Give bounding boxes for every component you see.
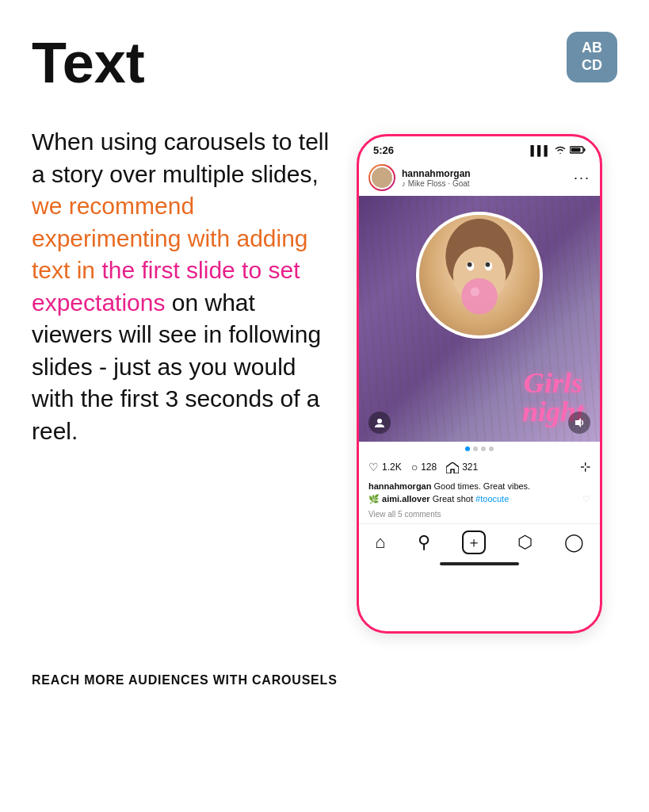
caption-username: hannahmorgan [368,481,431,491]
share-icon [446,461,459,473]
text-area: When using carousels to tell a story ove… [32,126,333,447]
comments-count[interactable]: ○ 128 [411,461,437,473]
portrait-face [419,215,540,335]
dot-3 [481,446,486,451]
highlight-expectations: expectations [32,289,165,316]
page-title: Text [32,32,145,94]
dot-1 [465,446,470,451]
page-header: Text AB CD [0,0,649,110]
svg-rect-1 [584,148,586,151]
status-time: 5:26 [373,144,394,156]
engagement-bar: ♡ 1.2K ○ 128 321 ⊹ [359,456,600,477]
bookmark-icon[interactable]: ⊹ [580,459,590,474]
svg-rect-2 [571,147,581,151]
main-content: When using carousels to tell a story ove… [0,110,649,657]
svg-point-8 [486,262,491,267]
comment-username: aimi.allover [382,494,430,504]
wifi-icon [555,145,566,156]
svg-point-9 [461,278,498,315]
post-image: Girlsnight [359,196,600,442]
image-overlay-icons [359,412,600,434]
user-info: hannahmorgan ♪ Mike Floss · Goat [402,168,567,188]
likes-count[interactable]: ♡ 1.2K [368,461,402,473]
search-nav-icon[interactable]: ⚲ [418,532,430,553]
hashtag: #toocute [475,494,509,504]
likes-number: 1.2K [382,462,402,473]
phone-frame: 5:26 ▌▌▌ [357,134,602,634]
intro-text: When using carousels to tell a story ove… [32,128,329,187]
avatar [368,164,395,191]
ab-cd-line2: CD [582,57,602,75]
ig-username: hannahmorgan [402,168,567,179]
carousel-dots [359,442,600,456]
profile-overlay-icon [368,412,391,434]
comment-text: Great shot [433,494,475,504]
ig-bottom-nav: ⌂ ⚲ ＋ ⬡ ◯ [359,523,600,559]
profile-nav-icon[interactable]: ◯ [564,532,584,553]
status-bar: 5:26 ▌▌▌ [359,136,600,159]
heart-icon: ♡ [368,461,379,473]
view-comments[interactable]: View all 5 comments [359,508,600,520]
status-icons: ▌▌▌ [530,145,586,156]
add-nav-icon[interactable]: ＋ [462,530,486,554]
battery-icon [570,145,586,156]
home-nav-icon[interactable]: ⌂ [375,532,385,553]
svg-marker-12 [575,418,581,427]
reels-nav-icon[interactable]: ⬡ [517,532,533,553]
ig-song: ♪ Mike Floss · Goat [402,179,567,188]
phone-mockup: 5:26 ▌▌▌ [357,134,602,634]
caption-text: Good times. Great vibes. [434,481,531,491]
volume-icon[interactable] [568,412,590,434]
svg-point-11 [377,419,382,423]
dot-4 [489,446,494,451]
home-indicator [440,562,519,565]
ab-cd-line1: AB [582,40,602,57]
shares-count[interactable]: 321 [446,461,478,473]
ab-cd-icon: AB CD [567,32,617,82]
svg-marker-13 [446,462,459,473]
more-options-icon[interactable]: ··· [574,170,590,186]
highlight-we-recommend: we recommend [32,193,194,219]
comments-number: 128 [421,462,437,473]
signal-icon: ▌▌▌ [530,145,551,156]
shares-number: 321 [462,462,478,473]
comment-icon: ○ [411,461,418,473]
footer: REACH MORE AUDIENCES WITH CAROUSELS [0,657,649,711]
highlight-first-slide: the first slide to set [101,257,300,283]
comment-heart: ♡ [582,493,590,505]
svg-point-10 [471,287,479,296]
highlight-experimenting: experimenting with [32,225,230,251]
footer-tagline: REACH MORE AUDIENCES WITH CAROUSELS [32,673,617,688]
svg-point-7 [468,262,472,267]
portrait-circle [416,212,543,339]
comment-icon-emoji: 🌿 [368,494,382,504]
ig-post-header: hannahmorgan ♪ Mike Floss · Goat ··· [359,159,600,196]
ig-caption: hannahmorgan Good times. Great vibes. 🌿 … [359,477,600,508]
avatar-inner [370,166,394,190]
dot-2 [473,446,478,451]
